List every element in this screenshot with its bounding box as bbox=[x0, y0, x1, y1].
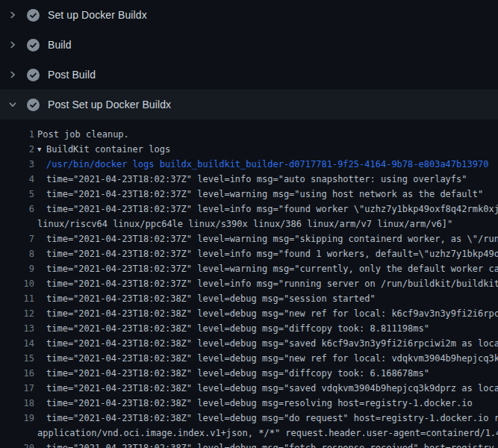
log-line-number[interactable]: 12 bbox=[0, 306, 34, 321]
step-label: Set up Docker Buildx bbox=[48, 9, 147, 21]
chevron-right-icon bbox=[7, 10, 18, 20]
log-line: 2▼BuildKit container logs bbox=[0, 142, 498, 157]
step-row-post-build[interactable]: Post Build bbox=[0, 60, 498, 90]
log-line-number[interactable]: 15 bbox=[0, 351, 34, 366]
log-line-text: time="2021-04-23T18:02:38Z" level=debug … bbox=[46, 366, 498, 381]
log-line-text: application/vnd.oci.image.index.v1+json,… bbox=[37, 426, 498, 441]
check-circle-icon bbox=[27, 69, 40, 81]
log-command-text: /usr/bin/docker logs buildx_buildkit_bui… bbox=[46, 157, 498, 172]
chevron-right-icon bbox=[7, 69, 18, 80]
log-line-number[interactable]: 7 bbox=[0, 231, 34, 246]
log-line: 17time="2021-04-23T18:02:38Z" level=debu… bbox=[0, 381, 498, 396]
log-line: 14time="2021-04-23T18:02:38Z" level=debu… bbox=[0, 336, 498, 351]
log-line-text: time="2021-04-23T18:02:38Z" level=debug … bbox=[46, 396, 498, 411]
step-row-post-set-up-docker-buildx[interactable]: Post Set up Docker Buildx bbox=[0, 90, 498, 119]
step-row-set-up-docker-buildx[interactable]: Set up Docker Buildx bbox=[0, 0, 498, 30]
log-line-text: time="2021-04-23T18:02:37Z" level=warnin… bbox=[46, 261, 498, 276]
log-line-number[interactable]: 1 bbox=[0, 127, 34, 142]
log-line: 13time="2021-04-23T18:02:38Z" level=debu… bbox=[0, 321, 498, 336]
log-line: 6time="2021-04-23T18:02:37Z" level=info … bbox=[0, 202, 498, 217]
log-group-toggle[interactable]: ▼BuildKit container logs bbox=[37, 142, 498, 157]
log-line: 10time="2021-04-23T18:02:37Z" level=info… bbox=[0, 276, 498, 291]
log-line-number[interactable]: 13 bbox=[0, 321, 34, 336]
log-line: 7time="2021-04-23T18:02:37Z" level=warni… bbox=[0, 231, 498, 246]
log-line: 19time="2021-04-23T18:02:38Z" level=debu… bbox=[0, 411, 498, 426]
log-line-continuation: linux/riscv64 linux/ppc64le linux/s390x … bbox=[0, 217, 498, 231]
step-label: Build bbox=[48, 39, 72, 51]
log-line-number[interactable]: 3 bbox=[0, 157, 34, 172]
step-list: Set up Docker BuildxBuildPost BuildPost … bbox=[0, 0, 498, 119]
log-line-number[interactable]: 14 bbox=[0, 336, 34, 351]
log-line: 11time="2021-04-23T18:02:38Z" level=debu… bbox=[0, 291, 498, 306]
log-line-text: time="2021-04-23T18:02:37Z" level=info m… bbox=[46, 246, 498, 261]
log-line-number[interactable]: 10 bbox=[0, 276, 34, 291]
log-line: 8time="2021-04-23T18:02:37Z" level=info … bbox=[0, 246, 498, 261]
log-line-text: time="2021-04-23T18:02:38Z" level=debug … bbox=[46, 441, 498, 448]
log-line-number[interactable]: 20 bbox=[0, 441, 34, 448]
log-line-text: time="2021-04-23T18:02:38Z" level=debug … bbox=[46, 306, 498, 321]
log-line-number[interactable]: 18 bbox=[0, 396, 34, 411]
log-line-text: time="2021-04-23T18:02:37Z" level=info m… bbox=[46, 276, 498, 291]
check-circle-icon bbox=[27, 39, 40, 52]
triangle-down-icon: ▼ bbox=[37, 142, 46, 157]
log-line: 4time="2021-04-23T18:02:37Z" level=info … bbox=[0, 172, 498, 187]
log-line: 3/usr/bin/docker logs buildx_buildkit_bu… bbox=[0, 157, 498, 172]
log-line: 16time="2021-04-23T18:02:38Z" level=debu… bbox=[0, 366, 498, 381]
chevron-down-icon bbox=[7, 99, 18, 110]
log-group-label: BuildKit container logs bbox=[46, 144, 170, 155]
step-label: Post Set up Docker Buildx bbox=[48, 99, 171, 111]
log-line-text: time="2021-04-23T18:02:37Z" level=warnin… bbox=[46, 187, 498, 202]
log-line: 9time="2021-04-23T18:02:37Z" level=warni… bbox=[0, 261, 498, 276]
log-line-text: time="2021-04-23T18:02:38Z" level=debug … bbox=[46, 381, 498, 396]
log-line-text: time="2021-04-23T18:02:38Z" level=debug … bbox=[46, 411, 498, 426]
log-line-text: time="2021-04-23T18:02:37Z" level=info m… bbox=[46, 172, 498, 187]
chevron-right-icon bbox=[7, 40, 18, 50]
log-line-continuation: application/vnd.oci.image.index.v1+json,… bbox=[0, 426, 498, 441]
log-line-text: time="2021-04-23T18:02:38Z" level=debug … bbox=[46, 321, 498, 336]
log-line-number[interactable]: 5 bbox=[0, 187, 34, 202]
log-line-text: Post job cleanup. bbox=[37, 127, 498, 142]
step-row-build[interactable]: Build bbox=[0, 30, 498, 60]
log-line-number[interactable]: 11 bbox=[0, 291, 34, 306]
log-area: 1Post job cleanup.2▼BuildKit container l… bbox=[0, 119, 498, 448]
log-line: 1Post job cleanup. bbox=[0, 127, 498, 142]
log-line-number[interactable]: 8 bbox=[0, 246, 34, 261]
log-line-number[interactable]: 19 bbox=[0, 411, 34, 426]
log-line-text: time="2021-04-23T18:02:37Z" level=info m… bbox=[46, 202, 498, 217]
log-line-number[interactable]: 2 bbox=[0, 142, 34, 157]
log-line-text: time="2021-04-23T18:02:38Z" level=debug … bbox=[46, 291, 498, 306]
log-line-number[interactable]: 9 bbox=[0, 261, 34, 276]
log-line-text: time="2021-04-23T18:02:38Z" level=debug … bbox=[46, 351, 498, 366]
log-line-text: linux/riscv64 linux/ppc64le linux/s390x … bbox=[37, 217, 498, 231]
log-line: 12time="2021-04-23T18:02:38Z" level=debu… bbox=[0, 306, 498, 321]
log-line-number[interactable]: 4 bbox=[0, 172, 34, 187]
check-circle-icon bbox=[27, 99, 40, 111]
log-line-text: time="2021-04-23T18:02:38Z" level=debug … bbox=[46, 336, 498, 351]
check-circle-icon bbox=[27, 9, 40, 22]
log-line: 18time="2021-04-23T18:02:38Z" level=debu… bbox=[0, 396, 498, 411]
log-line: 20time="2021-04-23T18:02:38Z" level=debu… bbox=[0, 441, 498, 448]
step-label: Post Build bbox=[48, 69, 96, 81]
log-line-text: time="2021-04-23T18:02:37Z" level=warnin… bbox=[46, 231, 498, 246]
log-line: 5time="2021-04-23T18:02:37Z" level=warni… bbox=[0, 187, 498, 202]
log-line-number[interactable]: 17 bbox=[0, 381, 34, 396]
log-line: 15time="2021-04-23T18:02:38Z" level=debu… bbox=[0, 351, 498, 366]
actions-log-viewer: Set up Docker BuildxBuildPost BuildPost … bbox=[0, 0, 498, 448]
log-line-number[interactable]: 6 bbox=[0, 202, 34, 217]
log-line-number[interactable]: 16 bbox=[0, 366, 34, 381]
